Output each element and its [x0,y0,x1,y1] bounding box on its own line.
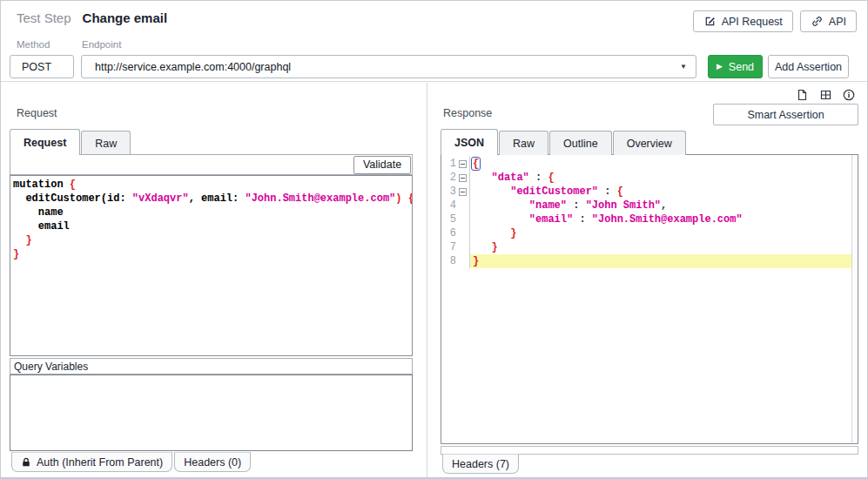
smart-assertion-button[interactable]: Smart Assertion [713,104,858,125]
code-text: } [470,226,858,240]
response-vertical-scrollbar[interactable] [851,155,858,443]
fold-gutter [456,254,470,268]
response-code-line: 2 "data" : { [441,171,858,185]
response-code-line: 8} [441,254,858,268]
api-request-button[interactable]: API Request [693,10,793,32]
request-toolbar: Validate [10,154,413,175]
response-code-line: 7 } [441,240,858,254]
grid-layout-icon[interactable] [818,87,832,102]
page-title: Change email [83,10,168,25]
response-toolbar-icons [794,87,856,102]
fold-gutter[interactable] [456,157,470,171]
header: Test Step Change email API Request [1,1,867,82]
line-number: 7 [441,240,456,254]
request-editor[interactable]: mutation { editCustomer(id: "vXdaqvr", e… [10,175,413,356]
new-page-icon[interactable] [794,87,809,102]
request-code-line: } [13,233,412,247]
title-row: Test Step Change email [17,10,167,25]
request-code-line: email [13,219,412,233]
request-code-line: mutation { [13,178,412,192]
collapse-icon[interactable] [459,174,467,182]
response-code-line: 3 "editCustomer" : { [441,185,858,199]
endpoint-label: Endpoint [82,39,121,50]
edit-icon [703,15,717,28]
line-number: 5 [441,213,456,226]
play-icon: ▶ [717,63,723,71]
response-code-line: 4 "name" : "John Smith", [441,199,858,213]
method-label: Method [17,39,50,50]
method-selector[interactable]: POST [10,55,74,78]
response-code-line: 5 "email" : "John.Smith@example.com" [441,213,858,226]
api-button[interactable]: API [800,10,857,32]
query-variables-editor[interactable] [10,374,413,451]
response-code-line: 1{ [441,157,858,171]
response-bottom-tabs: Headers (7) [442,454,519,474]
tab-outline[interactable]: Outline [549,131,612,155]
endpoint-combobox[interactable]: http://service.example.com:4000/graphql … [81,55,696,78]
line-number: 6 [441,226,456,240]
fold-gutter[interactable] [456,171,470,185]
request-code-line: name [13,206,412,219]
collapse-icon[interactable] [459,188,467,196]
panel-divider [427,83,427,477]
code-text: } [470,254,858,268]
info-icon[interactable] [841,87,856,102]
response-tabs: JSON Raw Outline Overview [441,129,687,155]
code-text: "data" : { [470,171,858,185]
request-code-line: editCustomer(id: "vXdaqvr", email: "John… [13,192,412,206]
tab-raw-response[interactable]: Raw [499,131,548,155]
code-text: "name" : "John Smith", [470,199,858,213]
request-code-line: } [13,247,412,261]
response-panel-title: Response [443,107,492,119]
endpoint-value: http://service.example.com:4000/graphql [95,61,291,73]
line-number: 4 [441,199,456,213]
line-number: 2 [441,171,456,185]
fold-gutter [456,240,470,254]
add-assertion-button[interactable]: Add Assertion [768,55,849,78]
response-headers-tab[interactable]: Headers (7) [442,454,519,474]
tab-json[interactable]: JSON [441,129,498,155]
request-panel-title: Request [17,107,57,119]
fold-gutter [456,226,470,240]
query-variables-bar: Query Variables [10,358,413,374]
fold-gutter [456,199,470,213]
request-headers-tab[interactable]: Headers (0) [174,452,251,472]
tab-raw-request[interactable]: Raw [81,131,131,155]
request-tabs: Request Raw [10,129,131,155]
fold-gutter [456,213,470,226]
send-button[interactable]: ▶ Send [708,55,763,78]
code-text: "email" : "John.Smith@example.com" [470,213,858,226]
lock-icon [21,456,31,468]
line-number: 8 [441,254,456,268]
test-step-kicker: Test Step [17,10,71,25]
code-text: { [470,157,858,171]
collapse-icon[interactable] [459,160,467,168]
line-number: 3 [441,185,456,199]
code-text: "editCustomer" : { [470,185,858,199]
chevron-down-icon[interactable]: ▼ [680,63,687,71]
response-code-line: 6 } [441,226,858,240]
code-text: } [470,240,858,254]
fold-gutter[interactable] [456,185,470,199]
line-number: 1 [441,157,456,171]
response-editor[interactable]: 1{2 "data" : {3 "editCustomer" : {4 "nam… [441,154,858,444]
test-step-window: Test Step Change email API Request [0,0,868,479]
api-buttons-group: API Request API [693,10,857,32]
tab-request[interactable]: Request [10,129,80,155]
tab-overview[interactable]: Overview [613,131,686,155]
auth-tab[interactable]: Auth (Inherit From Parent) [11,452,172,472]
link-icon [811,15,824,28]
request-bottom-tabs: Auth (Inherit From Parent) Headers (0) [11,452,251,472]
validate-button[interactable]: Validate [353,156,411,174]
